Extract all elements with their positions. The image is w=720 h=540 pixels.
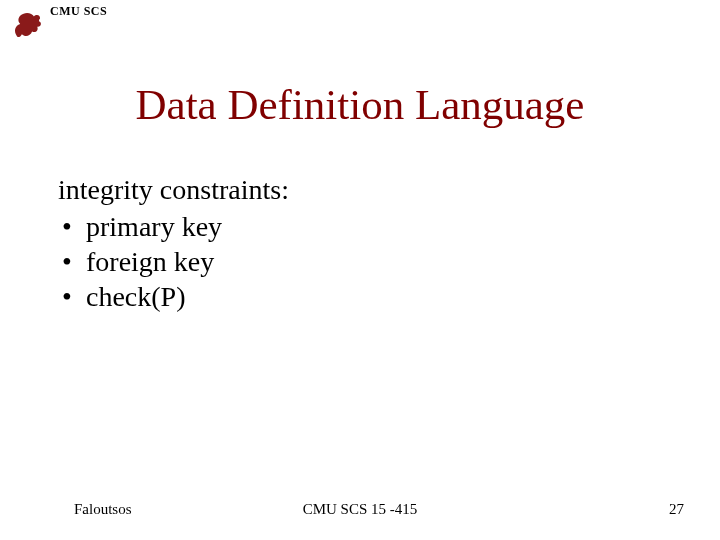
header-label: CMU SCS xyxy=(50,4,107,19)
footer-course: CMU SCS 15 -415 xyxy=(0,501,720,518)
slide-header: CMU SCS xyxy=(10,6,107,42)
footer-page-number: 27 xyxy=(669,501,684,518)
bullet-item: check(P) xyxy=(58,279,662,314)
bullet-item: primary key xyxy=(58,209,662,244)
slide-body: integrity constraints: primary key forei… xyxy=(58,172,662,314)
bullet-item: foreign key xyxy=(58,244,662,279)
dragon-logo-icon xyxy=(10,6,44,42)
body-lead-text: integrity constraints: xyxy=(58,172,662,207)
slide-title: Data Definition Language xyxy=(0,80,720,129)
slide: CMU SCS Data Definition Language integri… xyxy=(0,0,720,540)
bullet-list: primary key foreign key check(P) xyxy=(58,209,662,314)
